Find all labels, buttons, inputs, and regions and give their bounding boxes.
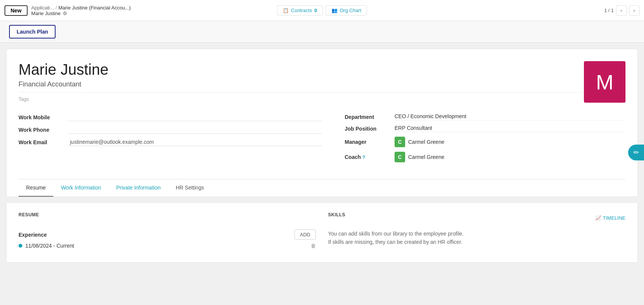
experience-dot bbox=[19, 244, 22, 248]
add-button[interactable]: ADD bbox=[294, 230, 316, 240]
experience-date: 11/08/2024 - Current bbox=[25, 243, 74, 249]
tab-resume[interactable]: Resume bbox=[19, 179, 53, 197]
form-left: Work Mobile Work Phone Work Email bbox=[19, 110, 322, 170]
department-label: Department bbox=[345, 114, 390, 120]
department-row: Department CEO / Economic Development bbox=[345, 113, 625, 120]
tab-work-information[interactable]: Work Information bbox=[53, 179, 108, 197]
orgchart-button[interactable]: 👥 Org Chart bbox=[326, 5, 367, 15]
orgchart-label: Org Chart bbox=[340, 8, 361, 13]
coach-label: Coach ? bbox=[345, 154, 390, 160]
coach-avatar[interactable]: C bbox=[395, 152, 405, 162]
work-mobile-label: Work Mobile bbox=[19, 114, 64, 120]
tags-label: Tags bbox=[19, 96, 29, 102]
fab-button[interactable]: ✏ bbox=[628, 145, 644, 160]
work-email-input[interactable] bbox=[68, 138, 322, 146]
skills-section-title: SKILLS bbox=[328, 212, 345, 217]
work-phone-label: Work Phone bbox=[19, 127, 64, 133]
manager-label: Manager bbox=[345, 139, 390, 145]
resume-header: RESUME bbox=[19, 212, 316, 223]
pagination-text: 1 / 1 bbox=[604, 8, 614, 13]
manager-badge: C Carmel Greene bbox=[395, 137, 444, 147]
job-position-value: ERP Consultant bbox=[395, 125, 625, 132]
work-email-label: Work Email bbox=[19, 139, 64, 145]
tab-hr-settings[interactable]: HR Settings bbox=[168, 179, 212, 197]
main-content: Marie Justine Financial Accountant Tags … bbox=[6, 49, 638, 197]
work-email-row: Work Email bbox=[19, 138, 322, 146]
manager-avatar[interactable]: C bbox=[395, 137, 405, 147]
tab-private-information[interactable]: Private Information bbox=[108, 179, 168, 197]
work-phone-input[interactable] bbox=[68, 126, 322, 134]
coach-name: Carmel Greene bbox=[408, 154, 444, 160]
employee-title: Financial Accountant bbox=[19, 80, 584, 92]
coach-tooltip-icon[interactable]: ? bbox=[362, 155, 365, 160]
contracts-label: Contracts bbox=[291, 8, 312, 13]
delete-icon[interactable]: 🗑 bbox=[311, 243, 316, 249]
breadcrumb-bottom: Marie Justine ⚙ bbox=[31, 11, 67, 16]
work-mobile-row: Work Mobile bbox=[19, 113, 322, 121]
contracts-count: 0 bbox=[314, 8, 317, 13]
breadcrumb-parent[interactable]: Applicati... bbox=[31, 5, 54, 11]
skills-section: SKILLS 📈 TIMELINE You can add skills fro… bbox=[328, 212, 625, 253]
skills-text-line2: If skills are missing, they can be creat… bbox=[328, 238, 625, 246]
breadcrumb-top: Applicati... / Marie Justine (Financial … bbox=[31, 5, 131, 11]
manager-name: Carmel Greene bbox=[408, 139, 444, 145]
breadcrumb-separator: / bbox=[56, 5, 57, 11]
work-mobile-input[interactable] bbox=[68, 113, 322, 121]
launch-plan-button[interactable]: Launch Plan bbox=[9, 25, 56, 39]
employee-info: Marie Justine Financial Accountant Tags bbox=[19, 61, 584, 102]
timeline-label: TIMELINE bbox=[603, 215, 625, 221]
job-position-row: Job Position ERP Consultant bbox=[345, 125, 625, 132]
skills-header: SKILLS 📈 TIMELINE bbox=[328, 212, 625, 223]
top-bar: New Applicati... / Marie Justine (Financ… bbox=[0, 0, 644, 21]
prev-button[interactable]: ‹ bbox=[616, 5, 627, 16]
employee-header: Marie Justine Financial Accountant Tags … bbox=[19, 61, 625, 103]
department-value: CEO / Economic Development bbox=[395, 113, 625, 120]
resume-section: RESUME Experience ADD 11/08/2024 - Curre… bbox=[19, 212, 316, 253]
tab-content: RESUME Experience ADD 11/08/2024 - Curre… bbox=[6, 203, 638, 263]
contracts-button[interactable]: 📋 Contracts 0 bbox=[277, 5, 323, 15]
gear-icon[interactable]: ⚙ bbox=[63, 11, 67, 16]
timeline-icon: 📈 bbox=[595, 215, 601, 221]
experience-item: 11/08/2024 - Current 🗑 bbox=[19, 243, 316, 249]
fab-icon: ✏ bbox=[633, 148, 639, 157]
work-phone-row: Work Phone bbox=[19, 126, 322, 134]
next-button[interactable]: › bbox=[629, 5, 639, 16]
two-col-layout: RESUME Experience ADD 11/08/2024 - Curre… bbox=[19, 212, 625, 253]
employee-name: Marie Justine bbox=[19, 61, 584, 78]
form-section: Work Mobile Work Phone Work Email Depart… bbox=[19, 110, 625, 170]
coach-badge: C Carmel Greene bbox=[395, 152, 444, 162]
contracts-icon: 📋 bbox=[283, 8, 289, 13]
job-position-label: Job Position bbox=[345, 126, 390, 132]
skills-text: You can add skills from our library to t… bbox=[328, 230, 625, 246]
top-center-actions: 📋 Contracts 0 👥 Org Chart bbox=[277, 5, 367, 15]
coach-row: Coach ? C Carmel Greene bbox=[345, 152, 625, 162]
experience-label: Experience bbox=[19, 232, 47, 238]
form-right: Department CEO / Economic Development Jo… bbox=[322, 110, 625, 170]
avatar[interactable]: M bbox=[584, 61, 625, 103]
breadcrumb-current: Marie Justine (Financial Accou...) bbox=[58, 5, 130, 11]
manager-row: Manager C Carmel Greene bbox=[345, 137, 625, 147]
breadcrumb: Applicati... / Marie Justine (Financial … bbox=[31, 5, 131, 16]
tabs-bar: Resume Work Information Private Informat… bbox=[19, 179, 625, 197]
timeline-link[interactable]: 📈 TIMELINE bbox=[595, 215, 625, 221]
new-button[interactable]: New bbox=[5, 5, 28, 16]
resume-section-title: RESUME bbox=[19, 212, 39, 217]
skills-text-line1: You can add skills from our library to t… bbox=[328, 230, 625, 238]
breadcrumb-sub-label: Marie Justine bbox=[31, 11, 60, 16]
tags-row: Tags bbox=[19, 96, 584, 102]
pagination: 1 / 1 ‹ › bbox=[604, 5, 639, 16]
action-bar: Launch Plan bbox=[0, 21, 644, 43]
orgchart-icon: 👥 bbox=[331, 8, 337, 13]
